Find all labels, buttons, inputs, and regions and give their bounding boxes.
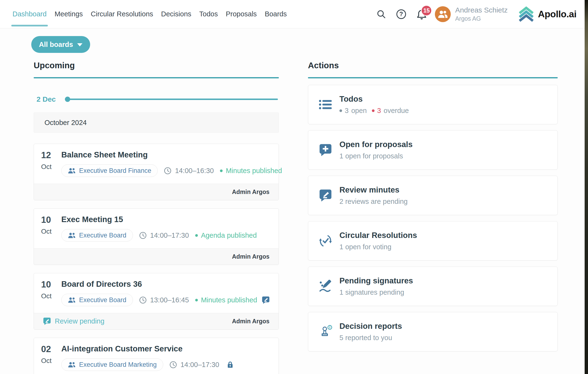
action-card-title: Decision reports bbox=[339, 322, 402, 331]
people-icon bbox=[68, 362, 75, 367]
action-card-text: Circular Resolutions 1 open for voting bbox=[339, 231, 417, 251]
meeting-month: Oct bbox=[41, 292, 60, 300]
meeting-card-body: 02 Oct AI-integration Customer Service E… bbox=[34, 338, 279, 374]
action-card-subtitle: 2 reviews are pending bbox=[339, 197, 408, 206]
action-card-text: Review minutes 2 reviews are pending bbox=[339, 185, 408, 206]
action-card-pending-signatures[interactable]: Pending signatures 1 signatures pending bbox=[308, 267, 558, 306]
review-minutes-bubble-pen-icon bbox=[318, 189, 333, 202]
user-name: Andreas Schietz bbox=[455, 6, 507, 14]
apollo-chevrons-icon bbox=[518, 7, 535, 22]
meeting-main: Exec Meeting 15 Executive Board bbox=[60, 215, 271, 241]
meeting-date: 10 Oct bbox=[41, 280, 60, 306]
proposal-bubble-plus-icon bbox=[318, 144, 333, 156]
meeting-main: AI-integration Customer Service Executiv… bbox=[60, 344, 271, 371]
timeline-date-label: 2 Dec bbox=[37, 95, 56, 103]
board-pill-label: Executive Board bbox=[79, 232, 126, 239]
board-pill[interactable]: Executive Board bbox=[61, 294, 133, 306]
board-filter-dropdown[interactable]: All boards bbox=[31, 36, 90, 53]
todos-open-count: 3 bbox=[345, 107, 348, 115]
apollo-logo: Apollo.ai bbox=[518, 7, 577, 22]
action-card-review-minutes[interactable]: Review minutes 2 reviews are pending bbox=[308, 176, 558, 215]
avatar[interactable] bbox=[435, 6, 451, 22]
action-card-decision-reports[interactable]: Decision reports 5 reported to you bbox=[308, 312, 558, 351]
todos-overdue-label: overdue bbox=[384, 107, 409, 115]
meeting-card[interactable]: 12 Oct Balance Sheet Meeting Executive B… bbox=[34, 144, 279, 200]
review-pending-label: Review pending bbox=[55, 317, 104, 325]
meeting-status-text: Minutes published bbox=[201, 296, 257, 304]
nav-item-boards[interactable]: Boards bbox=[265, 10, 287, 18]
board-pill-label: Executive Board Finance bbox=[79, 167, 151, 175]
nav-item-decisions[interactable]: Decisions bbox=[161, 10, 191, 18]
meeting-time-text: 13:00–16:45 bbox=[150, 296, 189, 304]
people-icon bbox=[68, 168, 75, 174]
meeting-card-footer: Review pending Admin Argos bbox=[34, 313, 279, 329]
meeting-title: Balance Sheet Meeting bbox=[61, 150, 271, 159]
navbar-right-cluster: ? 15 bbox=[376, 6, 577, 22]
pending-signatures-pen-icon bbox=[318, 280, 333, 293]
search-button[interactable] bbox=[376, 9, 386, 19]
actions-section: Actions Todos 3 open 3 overdue bbox=[308, 61, 558, 351]
meeting-main: Board of Directors 36 Executive Board bbox=[60, 280, 271, 306]
meeting-card-footer: Admin Argos bbox=[34, 184, 279, 200]
avatar-people-icon bbox=[438, 10, 448, 18]
nav-item-circular-resolutions[interactable]: Circular Resolutions bbox=[91, 10, 153, 18]
meeting-month: Oct bbox=[41, 163, 60, 171]
board-pill[interactable]: Executive Board Marketing bbox=[61, 358, 163, 371]
meeting-meta-row: Executive Board Marketing 14:00–17:30 bbox=[61, 358, 271, 371]
overdue-dot bbox=[372, 109, 375, 112]
nav-item-proposals[interactable]: Proposals bbox=[226, 10, 257, 18]
meeting-card[interactable]: 02 Oct AI-integration Customer Service E… bbox=[34, 338, 279, 374]
nav-item-todos[interactable]: Todos bbox=[199, 10, 218, 18]
meeting-time: 14:00–17:30 bbox=[139, 231, 189, 239]
meeting-title: AI-integration Customer Service bbox=[61, 344, 271, 353]
timeline-row: 2 Dec bbox=[34, 95, 279, 103]
meeting-time-text: 14:00–16:30 bbox=[175, 167, 214, 175]
review-bubble-pen-icon bbox=[43, 317, 51, 325]
meeting-card-footer: Admin Argos bbox=[34, 248, 279, 265]
meeting-date: 12 Oct bbox=[41, 150, 60, 177]
meeting-card[interactable]: 10 Oct Exec Meeting 15 Executive Board bbox=[34, 208, 279, 265]
meeting-day: 10 bbox=[41, 215, 60, 224]
meeting-owner: Admin Argos bbox=[232, 188, 270, 195]
action-card-open-for-proposals[interactable]: Open for proposals 1 open for proposals bbox=[308, 130, 558, 170]
help-button[interactable]: ? bbox=[396, 9, 407, 20]
month-group-label: October 2024 bbox=[44, 119, 87, 127]
action-card-title: Pending signatures bbox=[339, 276, 413, 285]
board-filter-label: All boards bbox=[39, 41, 73, 49]
meeting-date: 10 Oct bbox=[41, 215, 60, 241]
help-icon: ? bbox=[396, 9, 407, 20]
action-card-todos[interactable]: Todos 3 open 3 overdue bbox=[308, 85, 558, 124]
board-pill[interactable]: Executive Board bbox=[61, 229, 133, 241]
status-dot bbox=[220, 169, 223, 172]
search-icon bbox=[376, 9, 386, 19]
meeting-card[interactable]: 10 Oct Board of Directors 36 Executive B… bbox=[34, 273, 279, 330]
meeting-status: Minutes published bbox=[195, 296, 270, 304]
meeting-time: 14:00–17:30 bbox=[169, 361, 219, 369]
status-dot bbox=[195, 299, 198, 301]
meeting-date: 02 Oct bbox=[41, 344, 60, 371]
meeting-owner: Admin Argos bbox=[232, 318, 270, 325]
meeting-month: Oct bbox=[41, 228, 60, 235]
todos-open-label: open bbox=[351, 107, 367, 115]
review-pending-link[interactable]: Review pending bbox=[43, 317, 104, 325]
circular-resolutions-icon bbox=[318, 234, 333, 248]
todo-list-icon bbox=[318, 99, 333, 110]
meeting-time: 13:00–16:45 bbox=[139, 296, 189, 304]
nav-item-meetings[interactable]: Meetings bbox=[54, 10, 83, 18]
meeting-title: Board of Directors 36 bbox=[61, 280, 271, 289]
notifications-button[interactable]: 15 bbox=[416, 8, 427, 20]
board-pill[interactable]: Executive Board Finance bbox=[61, 164, 158, 177]
screen-edge-artifact bbox=[585, 0, 588, 374]
action-card-text: Open for proposals 1 open for proposals bbox=[339, 140, 412, 160]
meeting-meta-row: Executive Board Finance 14:00–16:30 Minu… bbox=[61, 164, 271, 177]
meeting-card-body: 10 Oct Board of Directors 36 Executive B… bbox=[34, 273, 279, 313]
notification-count-badge: 15 bbox=[421, 5, 432, 16]
nav-item-dashboard[interactable]: Dashboard bbox=[12, 10, 47, 18]
action-card-circular-resolutions[interactable]: Circular Resolutions 1 open for voting bbox=[308, 221, 558, 260]
actions-title: Actions bbox=[308, 61, 558, 70]
user-organization: Argos AG bbox=[455, 15, 507, 22]
lock-icon bbox=[227, 361, 233, 368]
meeting-month: Oct bbox=[41, 357, 60, 365]
action-card-text: Decision reports 5 reported to you bbox=[339, 322, 402, 342]
user-info[interactable]: Andreas Schietz Argos AG bbox=[455, 6, 507, 22]
